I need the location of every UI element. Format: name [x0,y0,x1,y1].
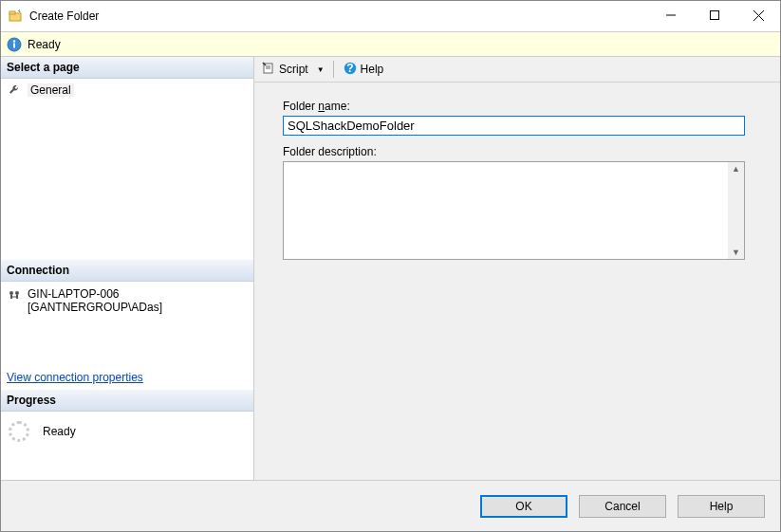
close-button[interactable] [736,1,780,29]
help-label: Help [361,63,384,76]
section-connection: Connection [1,260,253,282]
progress-block: Ready [1,412,253,451]
folder-description-wrap: ▲ ▼ [283,161,745,260]
svg-rect-4 [711,11,719,20]
folder-description-input[interactable] [284,162,728,259]
help-dialog-button[interactable]: Help [678,495,765,518]
server-icon [7,289,22,304]
spinner-icon [9,421,29,442]
scroll-up-icon[interactable]: ▲ [732,162,740,175]
help-icon: ? [344,62,357,78]
progress-text: Ready [43,425,76,438]
window-title: Create Folder [29,9,649,23]
svg-point-8 [13,40,15,42]
folder-name-input[interactable] [283,116,745,136]
page-general-label: General [28,83,74,97]
scroll-down-icon[interactable]: ▼ [732,246,740,259]
svg-text:?: ? [346,62,353,75]
dialog-buttons: OK Cancel Help [1,480,780,531]
page-general[interactable]: General [1,79,253,101]
form-area: Folder name: Folder description: ▲ ▼ [254,83,780,269]
help-button[interactable]: ? Help [340,60,388,80]
main-content: Select a page General Connection [1,57,780,480]
scrollbar[interactable]: ▲ ▼ [728,162,744,259]
svg-rect-9 [13,43,15,47]
svg-rect-1 [9,11,15,14]
section-select-page: Select a page [1,57,253,79]
script-label: Script [279,63,308,76]
script-dropdown[interactable]: ▼ [314,65,327,74]
folder-description-label: Folder description: [283,145,752,158]
folder-name-label: Folder name: [283,100,752,113]
view-connection-link[interactable]: View connection properties [1,365,253,390]
cancel-button[interactable]: Cancel [579,495,666,518]
svg-point-12 [15,291,19,295]
title-bar[interactable]: Create Folder [1,1,780,31]
section-progress: Progress [1,390,253,412]
ready-status-bar: Ready [1,31,780,57]
status-text: Ready [28,38,61,51]
window-controls [649,1,780,31]
connection-text: GIN-LAPTOP-006 [GANTNERGROUP\ADas] [28,287,162,314]
minimize-button[interactable] [649,1,693,29]
right-pane: Script ▼ ? Help Folder name: [254,57,780,480]
toolbar: Script ▼ ? Help [254,57,780,83]
connection-server: GIN-LAPTOP-006 [28,287,162,301]
left-pane: Select a page General Connection [1,57,254,480]
connection-info: GIN-LAPTOP-006 [GANTNERGROUP\ADas] [1,282,253,320]
toolbar-separator [333,61,334,78]
wrench-icon [7,83,22,98]
maximize-button[interactable] [693,1,736,29]
svg-line-2 [18,9,20,11]
ok-button[interactable]: OK [480,495,567,518]
info-icon [7,37,22,52]
svg-point-10 [9,291,13,295]
script-button[interactable]: Script [258,60,312,80]
dialog-window: Create Folder Ready Select a p [0,0,781,532]
script-icon [262,62,275,78]
folder-create-icon [9,9,24,24]
connection-user: [GANTNERGROUP\ADas] [28,301,162,314]
